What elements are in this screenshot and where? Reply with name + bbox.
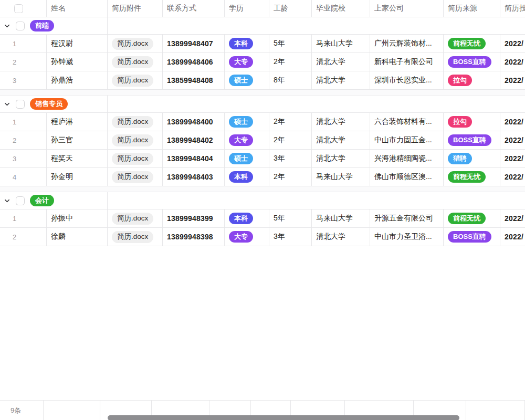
years-cell[interactable]: 8年 <box>269 71 312 89</box>
name-cell[interactable]: 程笑天 <box>47 150 108 167</box>
date-cell[interactable]: 2022/ <box>500 209 525 227</box>
education-cell[interactable]: 大专 <box>225 228 269 246</box>
name-cell[interactable]: 徐麟 <box>47 228 108 246</box>
column-header-date[interactable]: 简历投递日期 <box>500 0 525 17</box>
years-cell[interactable]: 5年 <box>269 209 312 227</box>
source-cell[interactable]: 前程无忧 <box>444 35 500 52</box>
column-header-name[interactable]: 姓名 <box>47 0 108 17</box>
attachment-chip[interactable]: 简历.docx <box>112 134 153 146</box>
row-index-cell[interactable]: 4 <box>0 168 47 186</box>
date-cell[interactable]: 2022/ <box>500 228 525 246</box>
date-cell[interactable]: 2022/ <box>500 168 525 186</box>
name-cell[interactable]: 程汉尉 <box>47 35 108 52</box>
phone-cell[interactable]: 13899948403 <box>163 168 225 186</box>
years-cell[interactable]: 2年 <box>269 168 312 186</box>
attachment-chip[interactable]: 简历.docx <box>112 56 153 68</box>
group-checkbox[interactable] <box>16 100 25 109</box>
column-header-attachment[interactable]: 简历附件 <box>108 0 163 17</box>
years-cell[interactable]: 5年 <box>269 35 312 52</box>
company-cell[interactable]: 中山市力固五金... <box>370 131 444 149</box>
row-index-cell[interactable]: 3 <box>0 150 47 167</box>
company-cell[interactable]: 深圳市长恩实业... <box>370 71 444 89</box>
name-cell[interactable]: 孙三官 <box>47 131 108 149</box>
name-cell[interactable]: 孙振中 <box>47 209 108 227</box>
attachment-cell[interactable]: 简历.docx <box>108 113 163 131</box>
phone-cell[interactable]: 13899948399 <box>163 209 225 227</box>
group-badge[interactable]: 前端 <box>30 20 54 32</box>
attachment-cell[interactable]: 简历.docx <box>108 209 163 227</box>
attachment-chip[interactable]: 简历.docx <box>112 213 153 225</box>
years-cell[interactable]: 2年 <box>269 131 312 149</box>
select-all-checkbox[interactable] <box>14 4 23 13</box>
phone-cell[interactable]: 13899948406 <box>163 53 225 71</box>
school-cell[interactable]: 清北大学 <box>312 113 370 131</box>
company-cell[interactable]: 升源五金有限公司 <box>370 209 444 227</box>
attachment-cell[interactable]: 简历.docx <box>108 168 163 186</box>
attachment-chip[interactable]: 简历.docx <box>112 153 153 165</box>
education-cell[interactable]: 硕士 <box>225 150 269 167</box>
chevron-down-icon[interactable] <box>4 197 10 204</box>
attachment-cell[interactable]: 简历.docx <box>108 71 163 89</box>
school-cell[interactable]: 清北大学 <box>312 228 370 246</box>
row-index-cell[interactable]: 1 <box>0 209 47 227</box>
source-cell[interactable]: BOSS直聘 <box>444 131 500 149</box>
school-cell[interactable]: 马来山大学 <box>312 35 370 52</box>
school-cell[interactable]: 清北大学 <box>312 71 370 89</box>
company-cell[interactable]: 中山市力圣卫浴... <box>370 228 444 246</box>
row-index-cell[interactable]: 1 <box>0 113 47 131</box>
attachment-cell[interactable]: 简历.docx <box>108 150 163 167</box>
source-cell[interactable]: BOSS直聘 <box>444 53 500 71</box>
source-cell[interactable]: 拉勾 <box>444 113 500 131</box>
company-cell[interactable]: 广州云辉装饰材... <box>370 35 444 52</box>
name-cell[interactable]: 程庐淋 <box>47 113 108 131</box>
school-cell[interactable]: 马来山大学 <box>312 209 370 227</box>
group-badge[interactable]: 销售专员 <box>30 98 68 110</box>
education-cell[interactable]: 硕士 <box>225 113 269 131</box>
company-cell[interactable]: 佛山市顺德区澳... <box>370 168 444 186</box>
phone-cell[interactable]: 13899948407 <box>163 35 225 52</box>
group-badge[interactable]: 会计 <box>30 195 54 206</box>
years-cell[interactable]: 3年 <box>269 228 312 246</box>
name-cell[interactable]: 孙钟崴 <box>47 53 108 71</box>
date-cell[interactable]: 2022/ <box>500 53 525 71</box>
chevron-down-icon[interactable] <box>4 23 10 29</box>
column-header-company[interactable]: 上家公司 <box>370 0 444 17</box>
company-cell[interactable]: 六合装饰材料有... <box>370 113 444 131</box>
company-cell[interactable]: 兴海港精细陶瓷... <box>370 150 444 167</box>
source-cell[interactable]: BOSS直聘 <box>444 228 500 246</box>
school-cell[interactable]: 清北大学 <box>312 150 370 167</box>
phone-cell[interactable]: 13859948408 <box>163 71 225 89</box>
years-cell[interactable]: 3年 <box>269 150 312 167</box>
school-cell[interactable]: 清北大学 <box>312 53 370 71</box>
attachment-cell[interactable]: 简历.docx <box>108 35 163 52</box>
horizontal-scrollbar[interactable] <box>108 415 459 420</box>
phone-cell[interactable]: 13899948400 <box>163 113 225 131</box>
column-header-education[interactable]: 学历 <box>225 0 269 17</box>
row-index-cell[interactable]: 3 <box>0 71 47 89</box>
date-cell[interactable]: 2022/ <box>500 150 525 167</box>
row-index-cell[interactable]: 1 <box>0 35 47 52</box>
attachment-chip[interactable]: 简历.docx <box>112 231 153 243</box>
education-cell[interactable]: 硕士 <box>225 71 269 89</box>
phone-cell[interactable]: 13899948398 <box>163 228 225 246</box>
company-cell[interactable]: 新科电子有限公司 <box>370 53 444 71</box>
education-cell[interactable]: 本科 <box>225 35 269 52</box>
name-cell[interactable]: 孙鼎浩 <box>47 71 108 89</box>
education-cell[interactable]: 本科 <box>225 209 269 227</box>
school-cell[interactable]: 马来山大学 <box>312 168 370 186</box>
years-cell[interactable]: 2年 <box>269 113 312 131</box>
row-index-cell[interactable]: 2 <box>0 131 47 149</box>
source-cell[interactable]: 前程无忧 <box>444 209 500 227</box>
attachment-cell[interactable]: 简历.docx <box>108 228 163 246</box>
column-header-years[interactable]: 工龄 <box>269 0 312 17</box>
source-cell[interactable]: 前程无忧 <box>444 168 500 186</box>
column-header-school[interactable]: 毕业院校 <box>312 0 370 17</box>
date-cell[interactable]: 2022/ <box>500 35 525 52</box>
group-checkbox[interactable] <box>16 22 25 30</box>
phone-cell[interactable]: 13899948402 <box>163 131 225 149</box>
column-header-phone[interactable]: 联系方式 <box>163 0 225 17</box>
column-header-source[interactable]: 简历来源 <box>444 0 500 17</box>
date-cell[interactable]: 2022/ <box>500 71 525 89</box>
education-cell[interactable]: 本科 <box>225 168 269 186</box>
education-cell[interactable]: 大专 <box>225 53 269 71</box>
